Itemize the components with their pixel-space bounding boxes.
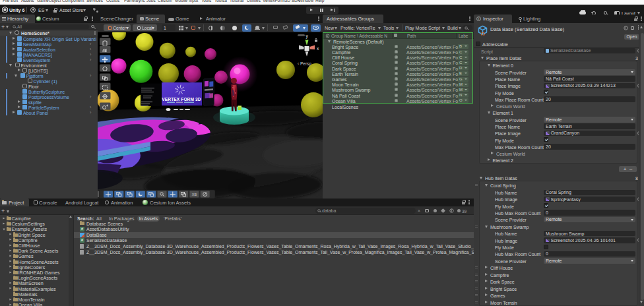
svg-text:XB: XB [192,193,197,197]
svg-text:VERTEX FORM 3D: VERTEX FORM 3D [162,97,201,102]
svg-text:{}: {} [481,31,485,36]
svg-text:‹ Persp: ‹ Persp [298,61,311,67]
